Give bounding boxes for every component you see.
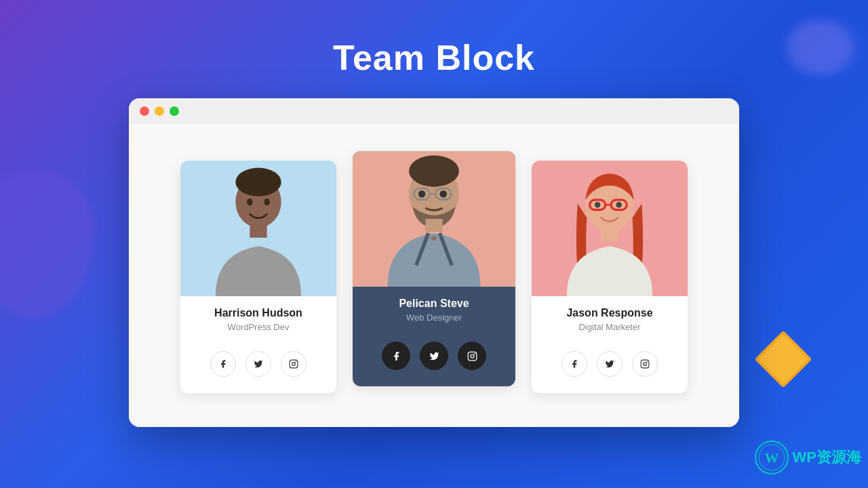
- facebook-button-pelican[interactable]: [382, 342, 410, 370]
- facebook-button-harrison[interactable]: [210, 351, 236, 377]
- instagram-icon-jason: [640, 359, 650, 369]
- photo-pelican: [353, 151, 515, 287]
- card-info-harrison: Harrison Hudson WordPress Dev: [180, 296, 336, 343]
- team-card-harrison: Harrison Hudson WordPress Dev: [180, 161, 336, 393]
- svg-point-19: [432, 236, 436, 240]
- social-icons-harrison: [210, 351, 307, 377]
- svg-rect-18: [425, 219, 442, 232]
- svg-point-12: [409, 155, 459, 186]
- instagram-button-harrison[interactable]: [281, 351, 307, 377]
- team-card-jason: Jason Response Digital Marketer: [532, 161, 688, 393]
- social-icons-jason: [561, 351, 658, 377]
- facebook-button-jason[interactable]: [561, 351, 587, 377]
- twitter-button-harrison[interactable]: [245, 351, 271, 377]
- wp-watermark: W WP资源海: [755, 441, 861, 474]
- browser-dot-yellow[interactable]: [155, 106, 164, 116]
- browser-dot-red[interactable]: [140, 106, 149, 116]
- svg-rect-30: [641, 360, 649, 368]
- svg-point-10: [295, 361, 296, 363]
- svg-text:W: W: [764, 450, 778, 466]
- svg-point-21: [471, 354, 474, 358]
- svg-rect-20: [468, 352, 477, 361]
- photo-jason: [532, 161, 688, 296]
- browser-body: Harrison Hudson WordPress Dev: [129, 124, 739, 427]
- svg-point-9: [292, 363, 296, 366]
- twitter-icon-jason: [605, 359, 614, 369]
- card-name-harrison: Harrison Hudson: [194, 307, 323, 319]
- card-role-harrison: WordPress Dev: [194, 322, 323, 332]
- twitter-button-pelican[interactable]: [420, 342, 448, 370]
- wp-logo-icon: W: [755, 441, 789, 474]
- person-harrison-illustration: [180, 161, 336, 296]
- svg-point-16: [418, 190, 426, 198]
- svg-point-6: [247, 199, 252, 206]
- browser-window: Harrison Hudson WordPress Dev: [129, 98, 739, 427]
- instagram-button-pelican[interactable]: [458, 342, 486, 370]
- browser-toolbar: [129, 98, 739, 124]
- wp-watermark-text: WP资源海: [793, 447, 861, 468]
- facebook-icon: [218, 359, 228, 369]
- instagram-button-jason[interactable]: [632, 351, 658, 377]
- card-info-jason: Jason Response Digital Marketer: [532, 296, 688, 343]
- svg-point-7: [264, 199, 269, 206]
- svg-rect-8: [290, 360, 298, 368]
- instagram-icon-pelican: [467, 351, 477, 361]
- svg-point-4: [235, 168, 281, 197]
- card-name-jason: Jason Response: [545, 307, 674, 319]
- svg-point-17: [439, 190, 447, 198]
- card-name-pelican: Pelican Steve: [366, 298, 502, 310]
- twitter-button-jason[interactable]: [597, 351, 623, 377]
- svg-point-27: [595, 202, 600, 207]
- card-info-pelican: Pelican Steve Web Designer: [353, 287, 515, 333]
- team-card-pelican: Pelican Steve Web Designer: [353, 151, 515, 386]
- person-pelican-illustration: [353, 151, 515, 287]
- card-role-jason: Digital Marketer: [545, 322, 674, 332]
- person-jason-illustration: [532, 161, 688, 296]
- svg-point-28: [616, 202, 621, 207]
- instagram-icon: [289, 359, 298, 369]
- svg-point-22: [474, 353, 475, 354]
- twitter-icon-pelican: [429, 351, 439, 361]
- facebook-icon-jason: [570, 359, 579, 369]
- main-content: Team Block: [0, 0, 868, 488]
- svg-rect-5: [250, 224, 267, 238]
- facebook-icon-pelican: [391, 351, 401, 361]
- social-icons-pelican: [382, 342, 486, 370]
- card-role-pelican: Web Designer: [366, 312, 502, 323]
- page-title: Team Block: [333, 37, 535, 78]
- twitter-icon: [254, 359, 263, 369]
- photo-harrison: [180, 161, 336, 296]
- svg-point-31: [644, 363, 647, 366]
- browser-dot-green[interactable]: [170, 106, 179, 116]
- svg-rect-29: [601, 228, 618, 241]
- svg-point-32: [646, 361, 648, 363]
